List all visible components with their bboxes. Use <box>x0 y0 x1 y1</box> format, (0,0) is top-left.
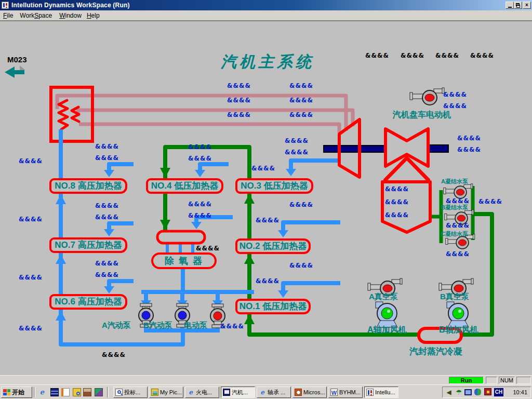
cond-pump-c-label: C凝结水泵 <box>441 230 468 238</box>
value-tag: &&&& <box>19 325 43 332</box>
value-tag: &&&& <box>95 271 119 278</box>
gland-condenser-label: 汽封蒸汽冷凝 <box>409 345 462 357</box>
taskbar-separator <box>107 387 109 397</box>
heater-no2: NO.2 低压加热器 <box>235 238 311 254</box>
value-tag: &&&& <box>188 143 212 151</box>
menu-help[interactable]: Help <box>87 12 100 19</box>
folder-search-quicklaunch-icon[interactable] <box>73 388 81 396</box>
workspace-window: Intellution Dynamics WorkSpace (Run) × F… <box>0 0 532 399</box>
notepad-quicklaunch-icon[interactable] <box>61 388 70 396</box>
value-tag: &&&& <box>446 250 470 258</box>
task-label: 汽机... <box>232 389 248 396</box>
chart-quicklaunch-icon[interactable] <box>95 388 103 396</box>
value-tag: &&&& <box>289 97 313 104</box>
ie-quicklaunch-icon[interactable]: e <box>38 388 46 396</box>
heater-no7: NO.7 高压加热器 <box>49 237 127 253</box>
value-tag: &&&& <box>227 97 251 104</box>
value-tag: &&&& <box>365 52 389 59</box>
value-tag: &&&& <box>19 157 43 165</box>
task-label: Intellu... <box>375 389 395 395</box>
value-tag: &&&& <box>95 202 119 209</box>
value-tag: &&&& <box>95 260 119 267</box>
value-tag: &&&& <box>435 52 459 59</box>
heater-no1: NO.1 低压加热器 <box>235 299 311 314</box>
window-icon <box>223 389 230 396</box>
value-tag: &&&& <box>457 135 481 142</box>
value-tag: &&&& <box>289 111 313 118</box>
restore-button[interactable] <box>514 2 522 9</box>
task-button-qiji[interactable]: 汽机... <box>221 387 255 398</box>
task-label: Micros... <box>303 389 325 395</box>
value-tag: &&&& <box>285 149 309 156</box>
value-tag: &&&& <box>446 197 470 205</box>
value-tag: &&&& <box>446 222 470 229</box>
value-tag: &&&& <box>227 111 251 118</box>
steam-pump-b-label: B汽动泵 <box>143 321 172 330</box>
window-title: Intellution Dynamics WorkSpace (Run) <box>11 2 130 9</box>
minimize-button[interactable] <box>506 2 514 9</box>
start-button[interactable]: 开始 <box>1 387 32 398</box>
value-tag: &&&& <box>196 245 220 252</box>
users-icon[interactable] <box>474 389 481 395</box>
value-tag: &&&& <box>385 211 409 219</box>
task-button-intellution[interactable]: Intellu... <box>364 387 398 398</box>
value-tag: &&&& <box>95 214 119 221</box>
task-button-byhm[interactable]: W BYHM... <box>328 387 363 398</box>
close-button[interactable]: × <box>523 2 531 9</box>
keyboard-quicklaunch-icon[interactable] <box>50 388 59 396</box>
task-label: 投标... <box>124 389 140 396</box>
value-tag: &&&& <box>385 185 409 193</box>
vacuum-pump-a-label: A真空泵 <box>369 292 398 302</box>
cond-pump-b-label: B凝结水泵 <box>441 204 468 211</box>
heater-no6: NO.6 高压加热器 <box>49 294 127 310</box>
windows-logo-icon <box>3 389 10 395</box>
task-button-huodian[interactable]: e 火电... <box>185 387 219 398</box>
value-tag: &&&& <box>289 201 313 208</box>
taskbar: 开始 e 投标... My Pic... e 火电... 汽机... e 轴承 … <box>0 384 532 399</box>
app-icon <box>2 2 9 9</box>
task-label: 火电... <box>196 389 212 396</box>
value-tag: &&&& <box>285 137 309 144</box>
value-tag: &&&& <box>188 201 212 208</box>
deaerator: 除 氧 器 <box>151 252 217 269</box>
menu-workspace[interactable]: WorkSpace <box>20 12 52 19</box>
diagram-title: 汽机主系统 <box>221 51 314 73</box>
value-tag: &&&& <box>289 82 313 89</box>
value-tag: &&&& <box>220 323 244 330</box>
cond-pump-a-label: A凝结水泵 <box>441 178 468 185</box>
turning-gear-label: 汽机盘车电动机 <box>393 110 451 121</box>
value-tag: &&&& <box>95 143 119 150</box>
value-tag: &&&& <box>256 217 280 224</box>
value-tag: &&&& <box>251 165 275 172</box>
ie-icon: e <box>259 389 266 396</box>
task-button-toubiao[interactable]: 投标... <box>113 387 148 398</box>
value-tag: &&&& <box>289 262 313 269</box>
task-button-zhoucheng[interactable]: e 轴承 ... <box>257 387 291 398</box>
pictures-folder-icon <box>151 389 158 396</box>
intellution-icon <box>366 389 374 396</box>
page-id: M023 <box>7 55 27 64</box>
value-tag: &&&& <box>443 102 467 110</box>
hmi-tray-icon[interactable] <box>484 388 491 395</box>
title-bar[interactable]: Intellution Dynamics WorkSpace (Run) × <box>0 0 532 10</box>
task-button-micros[interactable]: Micros... <box>292 387 327 398</box>
status-panel-empty1 <box>486 377 497 384</box>
speaker-icon[interactable]: ◀ <box>445 388 453 396</box>
value-tag: &&&& <box>457 146 481 153</box>
menu-file[interactable]: File <box>3 12 13 19</box>
heater-no3: NO.3 低压加热器 <box>235 178 313 194</box>
umbrella-icon[interactable]: ☂ <box>455 388 463 396</box>
task-button-mypic[interactable]: My Pic... <box>149 387 183 398</box>
close-icon: × <box>525 3 528 8</box>
numlock-indicator: NUM <box>499 377 515 384</box>
value-tag: &&&& <box>102 351 126 358</box>
task-label: BYHM... <box>339 389 361 395</box>
heater-no4: NO.4 低压加热器 <box>146 178 223 194</box>
input-language-indicator[interactable]: CH <box>494 388 503 396</box>
clock[interactable]: 10:41 <box>513 389 527 395</box>
show-desktop-quicklaunch-icon[interactable] <box>83 388 91 396</box>
menu-window[interactable]: Window <box>59 12 82 19</box>
value-tag: &&&& <box>256 277 280 285</box>
network-monitor-icon[interactable] <box>464 389 472 395</box>
value-tag: &&&& <box>95 154 119 162</box>
